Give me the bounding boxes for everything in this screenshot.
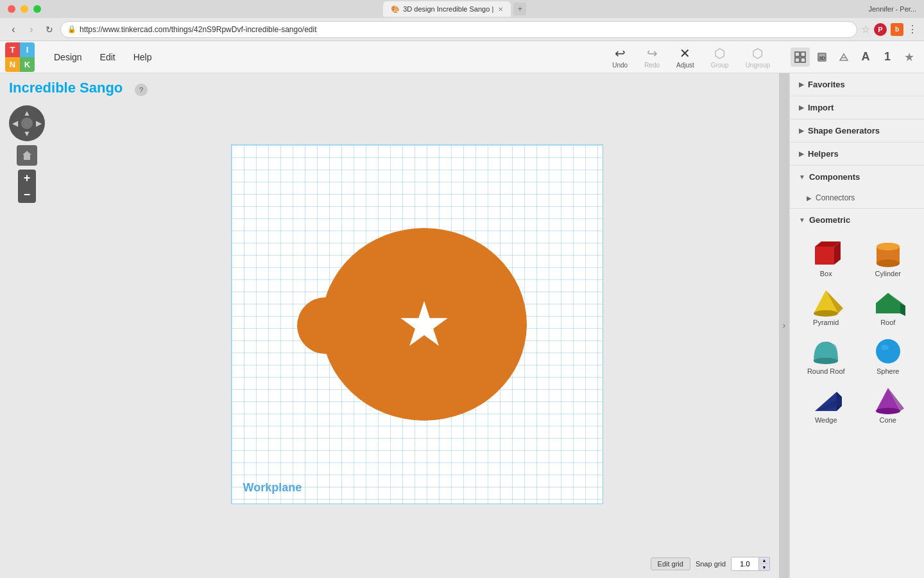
logo-cell-k: K xyxy=(20,57,35,72)
snap-down-button[interactable]: ▼ xyxy=(759,564,769,570)
section-helpers-header[interactable]: ▶ Helpers xyxy=(790,143,924,165)
group-label: Group xyxy=(711,62,729,69)
shape-wedge[interactable]: Wedge xyxy=(795,380,857,429)
help-button[interactable]: ? xyxy=(135,83,148,96)
workplane[interactable]: ★ Workplane xyxy=(231,144,603,504)
svg-point-15 xyxy=(877,259,900,267)
menu-design[interactable]: Design xyxy=(45,48,91,66)
browser-omnibar: ‹ › ↻ 🔒 https://www.tinkercad.com/things… xyxy=(0,18,924,41)
shape-pyramid[interactable]: Pyramid xyxy=(795,283,857,331)
zoom-in-button[interactable]: + xyxy=(18,170,36,186)
svg-point-24 xyxy=(876,339,900,363)
undo-button[interactable]: ↩ Undo xyxy=(604,43,635,71)
nav-right-icon: ▶ xyxy=(36,119,42,128)
group-button[interactable]: ⬡ Group xyxy=(703,43,737,71)
logo-cell-t: T xyxy=(5,42,20,57)
url-text: https://www.tinkercad.com/things/42nS9Rp… xyxy=(80,25,317,34)
star-icon[interactable]: ★ xyxy=(900,48,919,67)
nav-up-icon: ▲ xyxy=(23,109,31,118)
back-button[interactable]: ‹ xyxy=(6,22,21,37)
edit-grid-button[interactable]: Edit grid xyxy=(651,557,690,570)
section-shape-generators-header[interactable]: ▶ Shape Generators xyxy=(790,119,924,142)
snap-stepper[interactable]: ▲ ▼ xyxy=(759,557,770,571)
pinterest-icon[interactable]: P xyxy=(874,23,887,36)
svg-rect-10 xyxy=(815,247,834,265)
cylinder-label: Cylinder xyxy=(875,270,901,277)
browser-tab[interactable]: 🎨 3D design Incredible Sango | ✕ xyxy=(383,1,511,17)
svg-point-16 xyxy=(877,243,900,250)
redo-button[interactable]: ↪ Redo xyxy=(637,43,667,71)
cylinder-shape-preview xyxy=(871,239,905,268)
pyramid-label: Pyramid xyxy=(813,319,839,326)
adjust-label: Adjust xyxy=(676,62,694,69)
shape-cylinder[interactable]: Cylinder xyxy=(857,234,920,283)
new-tab-button[interactable]: + xyxy=(513,3,526,15)
perspective-view-icon[interactable] xyxy=(834,48,853,67)
svg-rect-1 xyxy=(801,52,805,57)
roof-label: Roof xyxy=(880,319,895,326)
shape-box[interactable]: Box xyxy=(795,234,857,283)
number-one-icon[interactable]: 1 xyxy=(878,48,897,67)
shape-generators-arrow-icon: ▶ xyxy=(799,127,804,134)
section-geometric-header[interactable]: ▼ Geometric xyxy=(790,209,924,231)
big-circle: ★ xyxy=(321,228,527,421)
3d-view-icon[interactable]: 3D xyxy=(812,48,832,67)
svg-text:3D: 3D xyxy=(819,55,825,61)
ungroup-button[interactable]: ⬡ Ungroup xyxy=(738,43,778,71)
chrome-menu-icon[interactable]: ⋮ xyxy=(907,23,918,35)
shape-sphere[interactable]: Sphere xyxy=(857,331,920,380)
extension-icon[interactable]: b xyxy=(891,23,903,36)
nav-controls: ▲ ▼ ◀ ▶ + − xyxy=(9,105,45,203)
bookmark-star-icon[interactable]: ☆ xyxy=(861,23,870,35)
menubar: T I N K Design Edit Help ↩ Undo ↪ Redo ✕… xyxy=(0,41,924,73)
canvas-area[interactable]: Incredible Sango ? ▲ ▼ ◀ ▶ + xyxy=(0,73,779,578)
zoom-out-button[interactable]: − xyxy=(18,186,36,203)
traffic-light-green[interactable] xyxy=(33,5,41,13)
section-import-header[interactable]: ▶ Import xyxy=(790,96,924,119)
grid-view-icon[interactable] xyxy=(791,48,810,67)
tab-close-icon[interactable]: ✕ xyxy=(498,6,503,13)
connectors-arrow-icon: ▶ xyxy=(807,195,812,202)
snap-grid-input[interactable] xyxy=(731,557,759,571)
svg-point-23 xyxy=(814,358,838,364)
view-home-button[interactable] xyxy=(17,145,37,166)
wedge-shape-preview xyxy=(809,385,843,415)
tab-title: 3D design Incredible Sango | xyxy=(403,5,493,13)
workplane-container: ★ Workplane xyxy=(55,102,779,546)
url-bar[interactable]: 🔒 https://www.tinkercad.com/things/42nS9… xyxy=(60,21,857,38)
section-connectors: ▶ Connectors xyxy=(790,188,924,208)
svg-marker-7 xyxy=(840,54,848,60)
menu-help[interactable]: Help xyxy=(124,48,161,66)
adjust-button[interactable]: ✕ Adjust xyxy=(669,43,702,71)
panel-toggle-button[interactable]: › xyxy=(779,73,789,578)
directional-pad[interactable]: ▲ ▼ ◀ ▶ xyxy=(9,105,45,141)
box-shape-preview xyxy=(809,239,843,268)
helpers-label: Helpers xyxy=(808,149,839,159)
svg-marker-9 xyxy=(22,151,31,160)
traffic-light-yellow[interactable] xyxy=(21,5,28,13)
nav-down-icon: ▼ xyxy=(23,129,31,138)
section-favorites-header[interactable]: ▶ Favorites xyxy=(790,73,924,96)
project-title[interactable]: Incredible Sango xyxy=(9,80,123,96)
redo-label: Redo xyxy=(644,62,660,69)
nav-center-dot xyxy=(21,118,33,129)
font-size-icon[interactable]: A xyxy=(856,48,875,67)
tinkercad-logo[interactable]: T I N K xyxy=(5,42,35,72)
user-profile[interactable]: Jennifer - Per... xyxy=(868,5,916,13)
section-helpers: ▶ Helpers xyxy=(790,143,924,166)
forward-button[interactable]: › xyxy=(24,22,38,37)
section-import: ▶ Import xyxy=(790,96,924,119)
snap-up-button[interactable]: ▲ xyxy=(759,557,769,564)
section-components-header[interactable]: ▼ Components xyxy=(790,166,924,188)
section-connectors-header[interactable]: ▶ Connectors xyxy=(790,188,924,207)
section-shape-generators: ▶ Shape Generators xyxy=(790,119,924,143)
favorites-label: Favorites xyxy=(808,80,845,89)
traffic-light-red[interactable] xyxy=(8,5,15,13)
snap-grid-value[interactable]: ▲ ▼ xyxy=(731,557,770,571)
reload-button[interactable]: ↻ xyxy=(42,22,56,37)
adjust-icon: ✕ xyxy=(680,46,690,61)
shape-cone[interactable]: Cone xyxy=(857,380,920,429)
shape-roof[interactable]: Roof xyxy=(857,283,920,331)
menu-edit[interactable]: Edit xyxy=(91,48,124,66)
shape-round-roof[interactable]: Round Roof xyxy=(795,331,857,380)
